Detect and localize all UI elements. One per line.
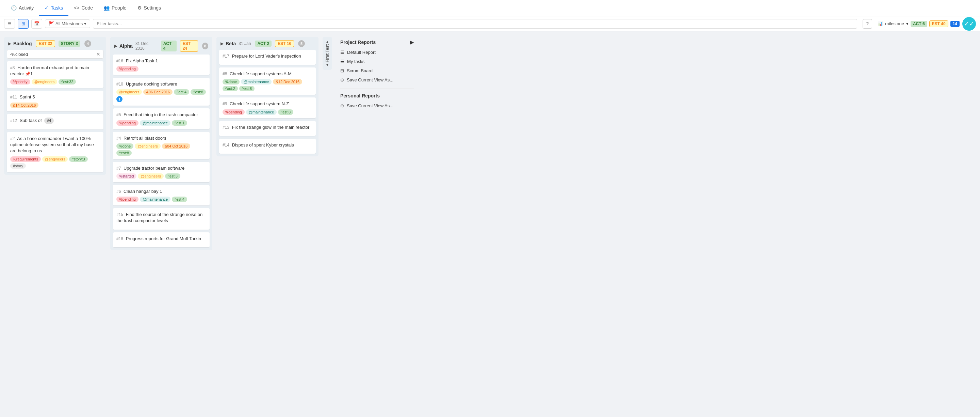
plus-circle-icon-2: ⊕ bbox=[340, 103, 344, 108]
sidebar-link-save-personal[interactable]: ⊕ Save Current View As... bbox=[340, 101, 414, 110]
alpha-act-badge: ACT 4 bbox=[161, 40, 177, 51]
my-tasks-label: My tasks bbox=[347, 59, 364, 64]
nav-activity[interactable]: 🕐 Activity bbox=[5, 0, 39, 16]
right-sidebar: Project Reports ▶ ☰ Default Report ☰ My … bbox=[336, 37, 418, 113]
tag: &14 Oct 2016 bbox=[10, 102, 38, 108]
save-project-label: Save Current View As... bbox=[347, 77, 393, 82]
filter-input[interactable] bbox=[93, 19, 857, 29]
tag: @engineers bbox=[135, 144, 160, 149]
card-9[interactable]: #9 Check life support system N-Z %pendin… bbox=[219, 97, 316, 118]
card-14-title: #14 Dispose of spent Kyber crystals bbox=[223, 142, 312, 148]
card-6[interactable]: #6 Clean hangar bay 1 %pending @maintena… bbox=[113, 185, 210, 205]
backlog-search[interactable]: ✕ bbox=[7, 50, 103, 59]
chevron-down-milestone: ▾ bbox=[906, 21, 908, 26]
nav-settings-label: Settings bbox=[144, 5, 161, 11]
card-6-tags: %pending @maintenance ^est:4 bbox=[116, 197, 206, 202]
alpha-arrow[interactable]: ▶ bbox=[115, 44, 118, 48]
nav-people[interactable]: 👥 People bbox=[98, 0, 132, 16]
tag: ^est:1 bbox=[172, 120, 187, 126]
card-2-tags: %requirements @engineers ^story:3 #story bbox=[10, 157, 100, 169]
card-4-tags: %done @engineers &04 Oct 2016 ^est:8 bbox=[116, 144, 206, 156]
card-13[interactable]: #13 Fix the strange glow in the main rea… bbox=[219, 121, 316, 136]
card-11-title: #11 Sprint 5 bbox=[10, 94, 100, 100]
beta-count: 5 bbox=[298, 40, 305, 47]
calendar-view-btn[interactable]: 📅 bbox=[31, 19, 42, 29]
card-11-tags: &14 Oct 2016 bbox=[10, 102, 100, 108]
plus-circle-icon: ⊕ bbox=[340, 77, 344, 82]
card-16[interactable]: #16 Fix Alpha Task 1 %pending bbox=[113, 54, 210, 75]
tag: @maintenance bbox=[241, 79, 272, 85]
card-17[interactable]: #17 Prepare for Lord Vader's inspection bbox=[219, 50, 316, 65]
sidebar-link-scrum-board[interactable]: ⊞ Scrum Board bbox=[340, 66, 414, 75]
tag: @engineers bbox=[116, 89, 142, 95]
est-badge: EST 40 bbox=[929, 21, 948, 27]
card-16-tags: %pending bbox=[116, 66, 206, 72]
card-10[interactable]: #10 Upgrade docking software @engineers … bbox=[113, 78, 210, 105]
card-8[interactable]: #8 Check life support systems A-M %done … bbox=[219, 67, 316, 95]
card-3-tags: %priority @engineers ^est:32 bbox=[10, 79, 100, 85]
backlog-count: 4 bbox=[84, 40, 91, 47]
card-15[interactable]: #15 Find the source of the strange noise… bbox=[113, 208, 210, 229]
expand-icon[interactable]: ▶ bbox=[410, 40, 414, 45]
backlog-arrow[interactable]: ▶ bbox=[8, 41, 11, 46]
card-7-title: #7 Upgrade tractor beam software bbox=[116, 165, 206, 171]
tag: ^est:8 bbox=[278, 109, 293, 115]
nav-tasks[interactable]: ✓ Tasks bbox=[39, 0, 68, 16]
card-7[interactable]: #7 Upgrade tractor beam software %starte… bbox=[113, 162, 210, 182]
backlog-search-input[interactable] bbox=[10, 52, 95, 57]
tag: @maintenance bbox=[246, 109, 277, 115]
count-badge: 14 bbox=[950, 21, 959, 27]
default-report-label: Default Report bbox=[347, 50, 375, 55]
list-view-btn[interactable]: ☰ bbox=[4, 19, 15, 29]
tag: &06 Dec 2016 bbox=[143, 89, 172, 95]
vertical-arrow-down[interactable]: ▼ bbox=[325, 62, 329, 67]
milestone-filter-btn[interactable]: 🚩 All Milestones ▾ bbox=[45, 19, 90, 28]
tag: ^est:8 bbox=[239, 86, 255, 91]
card-10-tags: @engineers &06 Dec 2016 ^act:4 ^est:8 1 bbox=[116, 89, 206, 102]
nav-settings[interactable]: ⚙ Settings bbox=[132, 0, 167, 16]
tag: @engineers bbox=[32, 79, 57, 85]
card-14[interactable]: #14 Dispose of spent Kyber crystals bbox=[219, 139, 316, 153]
card-5-tags: %pending @maintenance ^est:1 bbox=[116, 120, 206, 126]
alpha-est-badge: EST 24 bbox=[180, 40, 198, 52]
help-btn[interactable]: ? bbox=[862, 19, 872, 29]
card-2[interactable]: #2 As a base commander I want a 100% upt… bbox=[7, 132, 103, 172]
tag: %pending bbox=[223, 109, 245, 115]
action-btn[interactable]: ✓✓ bbox=[962, 17, 976, 31]
nav-code[interactable]: <> Code bbox=[68, 0, 98, 16]
list-icon: ☰ bbox=[340, 50, 344, 55]
card-5[interactable]: #5 Feed that thing in the trash compacto… bbox=[113, 108, 210, 129]
sidebar-link-save-project[interactable]: ⊕ Save Current View As... bbox=[340, 75, 414, 85]
project-reports-title: Project Reports ▶ bbox=[340, 40, 414, 45]
act-badge: ACT 6 bbox=[911, 21, 927, 27]
sidebar-link-default-report[interactable]: ☰ Default Report bbox=[340, 48, 414, 57]
activity-icon: 🕐 bbox=[11, 5, 17, 11]
card-3[interactable]: #3 Harden thermal exhaust port to main r… bbox=[7, 61, 103, 88]
tag: @engineers bbox=[42, 157, 68, 162]
milestone-text: milestone bbox=[885, 21, 904, 26]
beta-date: 31 Jan bbox=[239, 41, 251, 46]
beta-title: Beta bbox=[226, 41, 236, 46]
beta-est-badge: EST 16 bbox=[275, 40, 294, 47]
card-12[interactable]: #12 Sub task of #4 bbox=[7, 114, 103, 129]
tag: ^act:4 bbox=[174, 89, 189, 95]
board-view-btn[interactable]: ⊞ bbox=[18, 19, 29, 29]
sidebar-link-my-tasks[interactable]: ☰ My tasks bbox=[340, 57, 414, 66]
card-5-title: #5 Feed that thing in the trash compacto… bbox=[116, 112, 206, 118]
alpha-date: 31 Dec 2016 bbox=[135, 41, 157, 51]
card-18[interactable]: #18 Progress reports for Grand Moff Tark… bbox=[113, 232, 210, 247]
card-13-title: #13 Fix the strange glow in the main rea… bbox=[223, 125, 312, 131]
tag: %done bbox=[223, 79, 240, 85]
vertical-arrow-up[interactable]: ▲ bbox=[325, 40, 329, 44]
card-11[interactable]: #11 Sprint 5 &14 Oct 2016 bbox=[7, 91, 103, 111]
vertical-label: First Test bbox=[325, 44, 330, 62]
column-header-backlog: ▶ Backlog EST 32 STORY 3 4 bbox=[4, 37, 106, 50]
alpha-count: 8 bbox=[202, 43, 208, 50]
card-9-title: #9 Check life support system N-Z bbox=[223, 101, 312, 107]
scrum-board-label: Scrum Board bbox=[347, 68, 372, 73]
card-8-title: #8 Check life support systems A-M bbox=[223, 71, 312, 77]
clear-search-icon[interactable]: ✕ bbox=[96, 51, 100, 57]
card-4[interactable]: #4 Retrofit all blast doors %done @engin… bbox=[113, 132, 210, 159]
beta-arrow[interactable]: ▶ bbox=[221, 41, 224, 46]
tag: &12 Dec 2016 bbox=[273, 79, 302, 85]
